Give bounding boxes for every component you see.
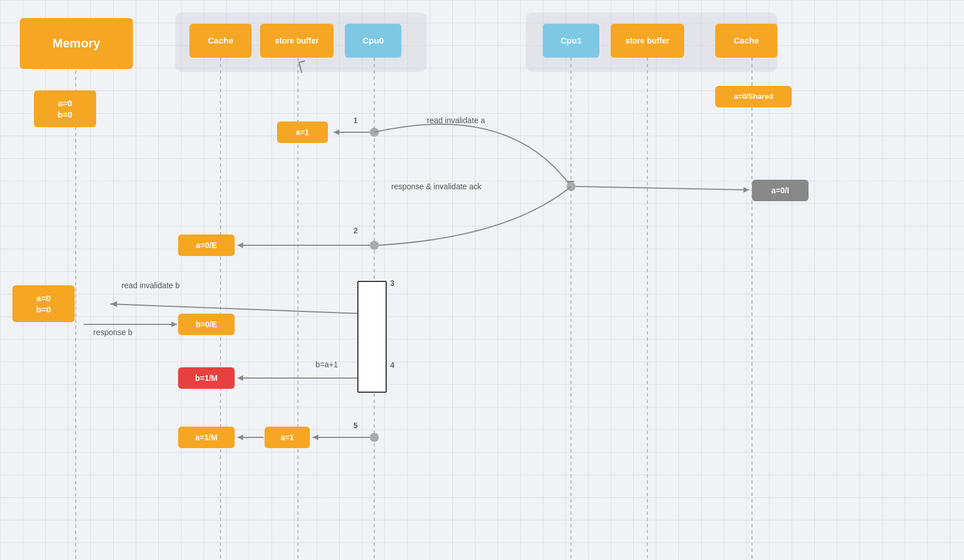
svg-line-15 [576, 186, 749, 190]
step-5: 5 [353, 421, 358, 430]
memory-state-2: a=0 b=0 [12, 285, 75, 322]
svg-marker-20 [171, 322, 177, 327]
step-4: 4 [390, 361, 395, 370]
a0i-cache1: a=0/I [752, 180, 809, 201]
svg-marker-22 [237, 375, 243, 381]
a1-storebuffer: a=1 [277, 121, 328, 143]
cache0-box: Cache [189, 24, 252, 58]
label-read-invalidate-a: read invalidate a [427, 116, 485, 125]
label-response-b: response b [93, 328, 132, 337]
b1m-cache: b=1/M [178, 367, 235, 389]
memory-state-1: a=0 b=0 [34, 90, 96, 127]
a1m-cache: a=1/M [178, 427, 235, 448]
a0e-cache: a=0/E [178, 235, 235, 256]
label-read-invalidate-b: read invalidate b [122, 281, 180, 290]
svg-point-23 [370, 433, 379, 442]
cpu0-box: Cpu0 [345, 24, 401, 58]
svg-point-11 [567, 182, 576, 191]
svg-marker-9 [334, 129, 339, 135]
svg-marker-10 [567, 181, 574, 186]
store-buffer-rect [357, 281, 387, 393]
svg-marker-14 [237, 242, 243, 248]
cpu1-box: Cpu1 [543, 24, 599, 58]
svg-point-7 [370, 128, 379, 137]
step-2: 2 [353, 226, 358, 235]
svg-point-12 [370, 241, 379, 250]
storebuffer0-box: store buffer [260, 24, 334, 58]
svg-marker-27 [237, 435, 243, 440]
diagram-canvas: Memory a=0 b=0 a=0 b=0 Cache store buffe… [0, 0, 964, 560]
step-1: 1 [353, 116, 358, 125]
memory-box: Memory [20, 18, 133, 69]
cache1-box: Cache [715, 24, 777, 58]
a0shared-cache1: a=0/Shared [715, 86, 792, 107]
svg-line-17 [110, 304, 362, 314]
label-response-invalidate-ack: response & invalidate ack [391, 182, 482, 191]
label-b-eq-a-plus-1: b=a+1 [315, 360, 338, 369]
step-3: 3 [390, 279, 395, 288]
a1-sb2: a=1 [265, 427, 310, 448]
svg-marker-25 [313, 435, 318, 440]
b0e-cache: b=0/E [178, 314, 235, 335]
storebuffer1-box: store buffer [611, 24, 684, 58]
diagram-arrows [0, 0, 964, 560]
svg-marker-16 [743, 187, 749, 193]
svg-marker-18 [110, 301, 117, 307]
